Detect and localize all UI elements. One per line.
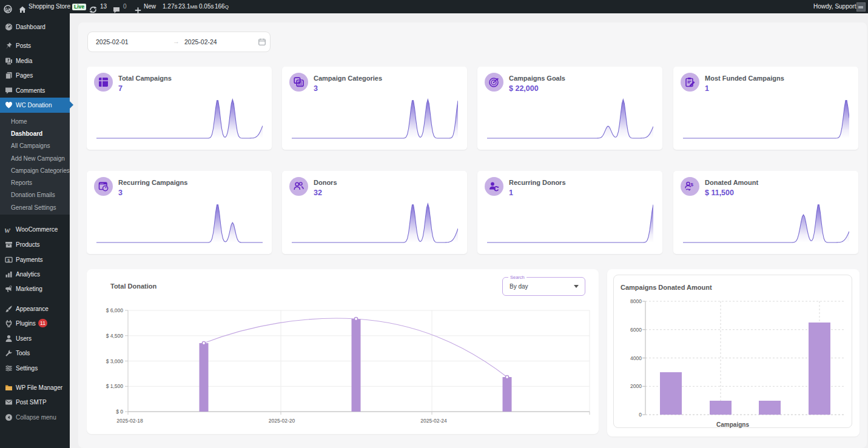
svg-text:4000: 4000 xyxy=(630,355,642,361)
svg-text:$: $ xyxy=(7,258,10,262)
svg-text:8000: 8000 xyxy=(630,298,642,304)
svg-text:2025-02-18: 2025-02-18 xyxy=(116,418,143,424)
svg-text:$ 4,500: $ 4,500 xyxy=(106,333,124,339)
svg-text:$: $ xyxy=(691,182,694,187)
svg-text:$ 0: $ 0 xyxy=(116,409,123,415)
svg-text:Campaigns: Campaigns xyxy=(716,421,749,428)
svg-text:$ 1,500: $ 1,500 xyxy=(106,383,124,389)
svg-text:2000: 2000 xyxy=(630,383,642,389)
svg-text:$ 3,000: $ 3,000 xyxy=(106,358,124,364)
svg-text:0: 0 xyxy=(639,412,642,418)
svg-text:2025-02-20: 2025-02-20 xyxy=(269,418,295,424)
svg-text:$ 6,000: $ 6,000 xyxy=(106,307,124,313)
svg-text:w: w xyxy=(5,226,11,233)
svg-text:6000: 6000 xyxy=(630,327,642,333)
svg-text:2025-02-24: 2025-02-24 xyxy=(420,418,447,424)
